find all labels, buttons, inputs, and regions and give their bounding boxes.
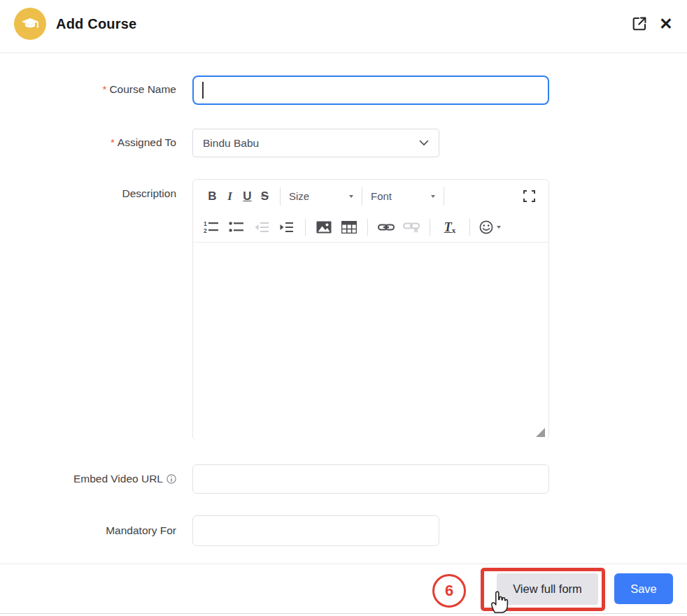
resize-handle[interactable] xyxy=(536,428,545,437)
caret-down-icon xyxy=(349,195,353,198)
required-marker: * xyxy=(111,136,115,148)
bullet-list-icon[interactable] xyxy=(227,218,246,236)
app-logo xyxy=(14,8,46,40)
italic-button[interactable]: I xyxy=(221,189,239,203)
description-label: Description xyxy=(0,187,176,200)
assigned-to-select[interactable]: Bindu Babu xyxy=(192,129,439,157)
strikethrough-button[interactable]: S xyxy=(256,189,274,203)
unlink-icon[interactable] xyxy=(402,218,420,236)
svg-text:1: 1 xyxy=(204,220,207,227)
view-full-form-button[interactable]: View full form xyxy=(497,573,598,605)
toolbar-separator xyxy=(362,187,362,206)
open-in-new-window-icon[interactable] xyxy=(630,14,649,34)
toolbar-separator xyxy=(444,187,444,206)
svg-text:2: 2 xyxy=(204,227,207,234)
text-caret xyxy=(202,82,204,99)
mandatory-for-input[interactable] xyxy=(192,515,439,546)
font-family-dropdown[interactable]: Font xyxy=(369,190,437,202)
modal-title: Add Course xyxy=(56,16,136,32)
toolbar-separator xyxy=(469,219,470,236)
toolbar-separator xyxy=(367,219,368,236)
outdent-icon[interactable] xyxy=(253,218,271,236)
ordered-list-icon[interactable]: 1 2 xyxy=(202,218,220,236)
close-icon[interactable]: ✕ xyxy=(656,14,676,34)
add-course-modal: Add Course ✕ *Course Name *Assigned To B… xyxy=(0,0,687,616)
remove-format-button[interactable]: Tx xyxy=(439,220,460,235)
assigned-to-selected-value: Bindu Babu xyxy=(203,137,259,150)
underline-button[interactable]: U xyxy=(239,189,256,203)
bold-button[interactable]: B xyxy=(204,189,221,203)
insert-table-icon[interactable] xyxy=(340,218,358,236)
caret-down-icon xyxy=(497,226,501,229)
description-editor-body[interactable] xyxy=(193,243,548,440)
fullscreen-icon[interactable] xyxy=(520,187,538,206)
graduation-cap-icon xyxy=(20,14,40,34)
modal-bottom-edge xyxy=(0,613,687,614)
emoji-dropdown[interactable] xyxy=(479,220,501,234)
embed-video-url-input[interactable] xyxy=(192,464,549,494)
indent-icon[interactable] xyxy=(278,218,296,236)
description-editor: B I U S Size Font xyxy=(192,179,549,440)
course-name-label: *Course Name xyxy=(0,83,176,96)
mandatory-for-label: Mandatory For xyxy=(0,524,176,537)
info-icon[interactable] xyxy=(167,474,176,484)
modal-header: Add Course ✕ xyxy=(0,0,687,53)
chevron-down-icon xyxy=(419,140,429,146)
toolbar-separator xyxy=(430,219,430,236)
editor-toolbar-row-2: 1 2 xyxy=(193,213,548,243)
insert-image-icon[interactable] xyxy=(315,218,333,236)
annotation-step-badge: 6 xyxy=(432,574,466,608)
course-name-input[interactable] xyxy=(192,76,549,105)
assigned-to-label: *Assigned To xyxy=(0,136,176,149)
footer-divider xyxy=(0,564,687,564)
caret-down-icon xyxy=(431,195,435,198)
editor-toolbar-row-1: B I U S Size Font xyxy=(193,180,548,213)
embed-video-url-label: Embed Video URL xyxy=(0,473,176,485)
emoji-smiley-icon xyxy=(479,220,493,234)
toolbar-separator xyxy=(280,187,281,206)
save-button[interactable]: Save xyxy=(614,573,673,604)
insert-link-icon[interactable] xyxy=(377,218,395,236)
hand-cursor-icon xyxy=(489,588,510,614)
toolbar-separator xyxy=(305,219,306,236)
font-size-dropdown[interactable]: Size xyxy=(287,190,355,202)
required-marker: * xyxy=(103,83,107,95)
